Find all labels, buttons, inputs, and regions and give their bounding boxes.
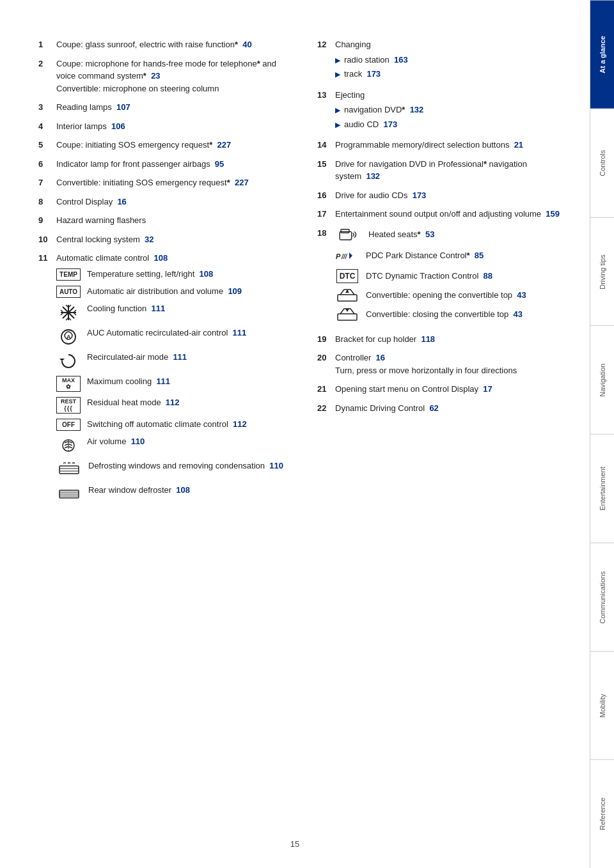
item-number: 3 bbox=[38, 101, 56, 114]
sidebar: At a glance Controls Driving tips Naviga… bbox=[590, 0, 614, 868]
sidebar-tab-navigation[interactable]: Navigation bbox=[590, 325, 614, 434]
item-content: Control Display 16 bbox=[56, 196, 292, 208]
list-item: 17 Entertainment sound output on/off and… bbox=[317, 208, 571, 221]
climate-row: REST {{{ Residual heat mode 112 bbox=[56, 397, 292, 414]
item-number: 22 bbox=[317, 402, 335, 415]
recirc-icon bbox=[56, 352, 81, 371]
dtc-text: DTC Dynamic Traction Control 88 bbox=[366, 270, 492, 283]
list-item: 7 Convertible: initiating SOS emergency … bbox=[38, 176, 292, 189]
item-number: 7 bbox=[38, 176, 56, 189]
heated-seats-text: Heated seats* 53 bbox=[368, 228, 434, 241]
svg-rect-31 bbox=[338, 314, 357, 320]
item-content: Entertainment sound output on/off and ad… bbox=[335, 208, 571, 221]
item-content: Interior lamps 106 bbox=[56, 120, 292, 133]
climate-text: Rear window defroster 108 bbox=[88, 484, 292, 496]
left-column: 1 Coupe: glass sunroof, electric with ra… bbox=[38, 38, 292, 515]
item-number: 20 bbox=[317, 352, 335, 376]
airvolume-icon bbox=[56, 436, 81, 455]
list-item: 4 Interior lamps 106 bbox=[38, 120, 292, 133]
item-number: 19 bbox=[317, 333, 335, 346]
reardefrost-icon bbox=[56, 484, 82, 504]
climate-text: Temperature setting, left/right 108 bbox=[87, 268, 292, 280]
item-number: 9 bbox=[38, 214, 56, 227]
list-item: 15 Drive for navigation DVD in Professio… bbox=[317, 158, 571, 183]
list-item: 8 Control Display 16 bbox=[38, 196, 292, 208]
climate-text: Residual heat mode 112 bbox=[87, 397, 292, 408]
svg-rect-25 bbox=[341, 229, 349, 233]
item-content: Indicator lamp for front passenger airba… bbox=[56, 158, 292, 171]
sidebar-tab-mobility[interactable]: Mobility bbox=[590, 651, 614, 760]
auto-icon: AUTO bbox=[56, 286, 81, 298]
item-content: Coupe: glass sunroof, electric with rais… bbox=[56, 38, 292, 51]
conv-open-text: Convertible: opening the convertible top… bbox=[366, 289, 526, 302]
climate-row: OFF Switching off automatic climate cont… bbox=[56, 419, 292, 431]
svg-marker-32 bbox=[345, 309, 349, 312]
list-item: 22 Dynamic Driving Control 62 bbox=[317, 402, 571, 415]
defrost-icon bbox=[56, 460, 82, 479]
list-item: 10 Central locking system 32 bbox=[38, 233, 292, 246]
list-item: 2 Coupe: microphone for hands-free mode … bbox=[38, 58, 292, 95]
item-content: Heated seats* 53 P /// PDC bbox=[335, 227, 571, 327]
list-item-18: 18 Heated bbox=[317, 227, 571, 327]
item-number: 14 bbox=[317, 139, 335, 151]
list-item: 5 Coupe: initiating SOS emergency reques… bbox=[38, 139, 292, 151]
dtc-icon: DTC bbox=[335, 269, 359, 283]
svg-rect-29 bbox=[338, 295, 357, 301]
climate-text: Recirculated-air mode 111 bbox=[87, 352, 292, 363]
list-item: 20 Controller 16 Turn, press or move hor… bbox=[317, 352, 571, 376]
item-number: 13 bbox=[317, 89, 335, 133]
sidebar-tab-communications[interactable]: Communications bbox=[590, 543, 614, 651]
dtc-label: DTC bbox=[336, 269, 359, 283]
climate-text: Maximum cooling 111 bbox=[87, 376, 292, 387]
conv-open-icon bbox=[335, 288, 359, 302]
item-content: Ejecting ▶navigation DVD* 132 ▶audio CD … bbox=[335, 89, 571, 133]
list-item: 16 Drive for audio CDs 173 bbox=[317, 189, 571, 202]
climate-text: Cooling function 111 bbox=[87, 303, 292, 314]
item-number: 10 bbox=[38, 233, 56, 246]
climate-text: Defrosting windows and removing condensa… bbox=[88, 460, 292, 472]
heated-seats-row: Heated seats* 53 bbox=[335, 227, 571, 242]
item-content: Reading lamps 107 bbox=[56, 101, 292, 114]
list-item: 19 Bracket for cup holder 118 bbox=[317, 333, 571, 346]
item-content: Dynamic Driving Control 62 bbox=[335, 402, 571, 415]
sidebar-tab-entertainment[interactable]: Entertainment bbox=[590, 434, 614, 543]
svg-text:///: /// bbox=[341, 253, 348, 260]
sidebar-tab-driving-tips[interactable]: Driving tips bbox=[590, 217, 614, 326]
item-number: 11 bbox=[38, 252, 56, 509]
item-content: Changing ▶radio station 163 ▶track 173 bbox=[335, 38, 571, 82]
svg-text:P: P bbox=[336, 252, 341, 260]
item-number: 16 bbox=[317, 189, 335, 202]
item-number: 6 bbox=[38, 158, 56, 171]
item-number: 8 bbox=[38, 196, 56, 208]
conv-open-row: Convertible: opening the convertible top… bbox=[335, 288, 571, 302]
item-content: Controller 16 Turn, press or move horizo… bbox=[335, 352, 571, 376]
snowflake-icon bbox=[56, 303, 81, 322]
climate-row: TEMP Temperature setting, left/right 108 bbox=[56, 268, 292, 281]
climate-row: Defrosting windows and removing condensa… bbox=[56, 460, 292, 479]
conv-close-row: Convertible: closing the convertible top… bbox=[335, 307, 571, 322]
sidebar-tab-reference[interactable]: Reference bbox=[590, 759, 614, 868]
conv-close-text: Convertible: closing the convertible top… bbox=[366, 308, 523, 321]
right-column: 12 Changing ▶radio station 163 ▶track 17… bbox=[317, 38, 571, 515]
climate-text: AUC Automatic recirculated-air control 1… bbox=[87, 327, 292, 339]
page-number: 15 bbox=[290, 839, 299, 849]
pdc-row: P /// PDC Park Distance Control* 85 bbox=[335, 247, 571, 264]
climate-row: Air volume 110 bbox=[56, 436, 292, 455]
item-content: Drive for navigation DVD in Professional… bbox=[335, 158, 571, 183]
item-content: Bracket for cup holder 118 bbox=[335, 333, 571, 346]
off-icon: OFF bbox=[56, 419, 81, 431]
item-content: Convertible: initiating SOS emergency re… bbox=[56, 176, 292, 189]
climate-row: MAX ✿ Maximum cooling 111 bbox=[56, 376, 292, 392]
pdc-text: PDC Park Distance Control* 85 bbox=[366, 249, 484, 262]
climate-text: Automatic air distribution and volume 10… bbox=[87, 286, 292, 297]
svg-text:A: A bbox=[67, 334, 71, 340]
item-content: Programmable memory/direct selection but… bbox=[335, 139, 571, 151]
item-number: 15 bbox=[317, 158, 335, 183]
sidebar-tab-controls[interactable]: Controls bbox=[590, 109, 614, 217]
sidebar-tab-at-a-glance[interactable]: At a glance bbox=[590, 0, 614, 109]
item-number: 17 bbox=[317, 208, 335, 221]
temp-icon: TEMP bbox=[56, 268, 81, 281]
svg-marker-14 bbox=[59, 359, 65, 361]
item-content: Central locking system 32 bbox=[56, 233, 292, 246]
item-content: Automatic climate control 108 TEMP Tempe… bbox=[56, 252, 292, 509]
